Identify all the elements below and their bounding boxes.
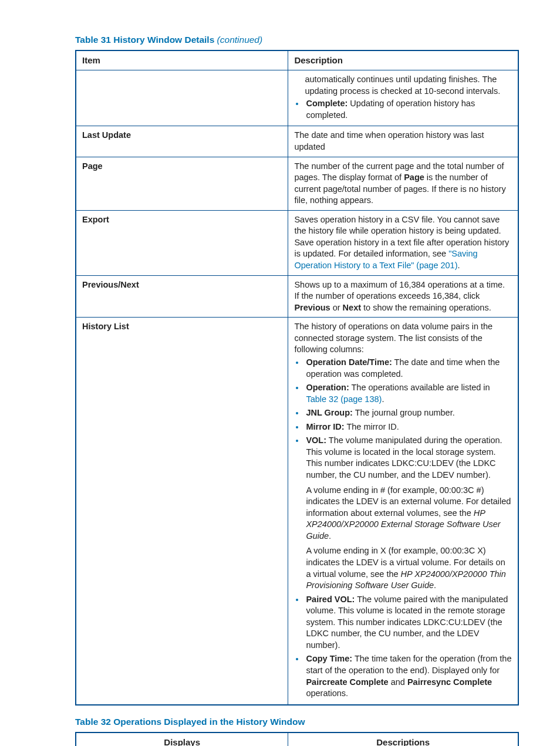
table-row: Last Update The date and time when opera… [76, 126, 518, 157]
list-item: JNL Group: The journal group number. [305, 406, 512, 420]
list-item: VOL: The volume manipulated during the o… [305, 434, 512, 592]
history-mirror-text: The mirror ID. [345, 422, 399, 431]
table-row: Page The number of the current page and … [76, 157, 518, 210]
table-row: Export Saves operation history in a CSV … [76, 210, 518, 275]
history-vol-label: VOL: [306, 436, 326, 445]
history-vol-p3: A volume ending in X (for example, 00:00… [306, 545, 512, 591]
row-page-item: Page [76, 157, 288, 210]
row-prevnext-a: Shows up to a maximum of 16,384 operatio… [294, 280, 505, 301]
history-vol-p3c: . [434, 580, 436, 590]
table31-title-main: Table 31 History Window Details [75, 35, 217, 45]
history-jnl-text: The journal group number. [353, 408, 455, 417]
row-page-text-b: Page [404, 173, 424, 182]
history-copytime-c: and [389, 677, 407, 687]
table31-header-item: Item [76, 50, 288, 70]
row-history-desc: The history of operations on data volume… [288, 318, 518, 705]
cont-complete-label: Complete: [306, 99, 348, 108]
table31-title-continued: (continued) [217, 35, 263, 45]
row-last-update-item: Last Update [76, 126, 288, 157]
history-jnl-label: JNL Group: [306, 408, 352, 417]
table32: Displays Descriptions Pair definition A … [75, 732, 519, 746]
row-last-update-desc: The date and time when operation history… [288, 126, 518, 157]
table32-header-descriptions: Descriptions [288, 733, 518, 746]
row-prevnext-desc: Shows up to a maximum of 16,384 operatio… [288, 275, 518, 318]
history-operation-tail: . [382, 394, 384, 404]
table-row: automatically continues until updating f… [76, 70, 518, 126]
table31-title: Table 31 History Window Details (continu… [75, 34, 519, 46]
history-operation-text: The operations available are listed in [349, 383, 490, 392]
row-history-item: History List [76, 318, 288, 705]
history-vol-p2: A volume ending in # (for example, 00:00… [306, 485, 512, 542]
table31-header-description: Description [288, 50, 518, 70]
history-operation-link[interactable]: Table 32 (page 138) [306, 394, 382, 404]
history-intro: The history of operations on data volume… [294, 321, 512, 356]
history-opdate-label: Operation Date/Time: [306, 357, 392, 367]
row-prevnext-d: Next [343, 303, 361, 312]
table31: Item Description automatically continues… [75, 50, 519, 706]
history-copytime-e: operations. [306, 688, 348, 698]
list-item: Operation Date/Time: The date and time w… [305, 356, 512, 381]
history-vol-p2c: . [329, 531, 331, 541]
history-mirror-label: Mirror ID: [306, 422, 344, 431]
row-prevnext-c: or [330, 303, 343, 312]
list-item: Mirror ID: The mirror ID. [305, 420, 512, 434]
row-export-desc: Saves operation history in a CSV file. Y… [288, 210, 518, 275]
cont-paragraph: automatically continues until updating f… [294, 74, 512, 97]
row-prevnext-e: to show the remaining operations. [361, 303, 491, 312]
row-export-tail: . [458, 261, 460, 270]
table32-header-displays: Displays [76, 733, 288, 746]
history-vol-text: The volume manipulated during the operat… [306, 436, 502, 480]
list-item: Operation: The operations available are … [305, 381, 512, 406]
table-row: History List The history of operations o… [76, 318, 518, 705]
list-item: Copy Time: The time taken for the operat… [305, 652, 512, 700]
history-copytime-label: Copy Time: [306, 654, 352, 663]
history-operation-label: Operation: [306, 383, 349, 392]
table32-title: Table 32 Operations Displayed in the His… [75, 716, 519, 728]
history-paired-label: Paired VOL: [306, 595, 355, 604]
row-page-desc: The number of the current page and the t… [288, 157, 518, 210]
list-item: Paired VOL: The volume paired with the m… [305, 593, 512, 653]
history-copytime-d: Pairresync Complete [407, 677, 492, 687]
table-row: Previous/Next Shows up to a maximum of 1… [76, 275, 518, 318]
history-copytime-b: Paircreate Complete [306, 677, 388, 687]
row-prevnext-item: Previous/Next [76, 275, 288, 318]
row-export-item: Export [76, 210, 288, 275]
list-item: Complete: Updating of operation history … [305, 97, 512, 122]
row-prevnext-b: Previous [294, 303, 330, 312]
